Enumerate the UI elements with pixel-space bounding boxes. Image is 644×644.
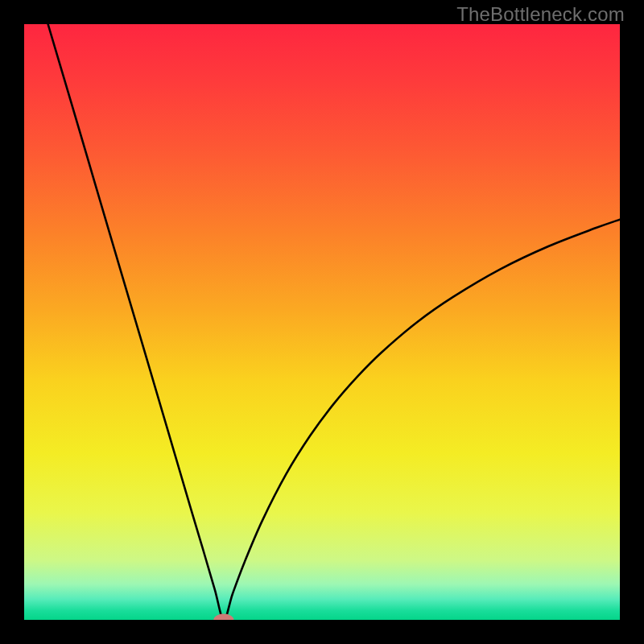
- chart-container: TheBottleneck.com: [0, 0, 644, 644]
- watermark-text: TheBottleneck.com: [456, 3, 625, 26]
- gradient-background: [24, 24, 620, 620]
- chart-svg: [24, 24, 620, 620]
- plot-area: [24, 24, 620, 620]
